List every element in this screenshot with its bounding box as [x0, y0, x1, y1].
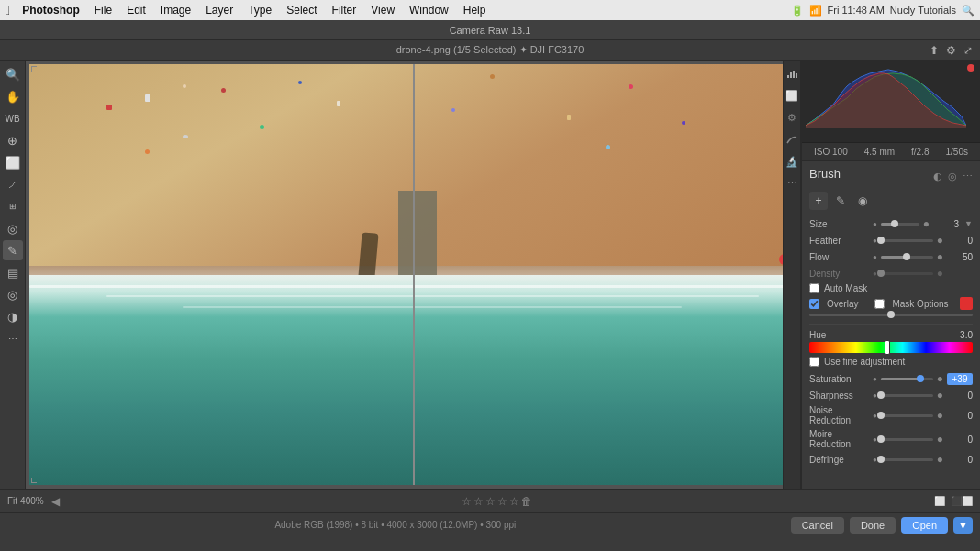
brush-menu[interactable]: ⋯	[963, 171, 973, 182]
menu-bar:  Photoshop File Edit Image Layer Type S…	[0, 0, 980, 20]
moire-reduction-label: Moire Reduction	[809, 429, 869, 449]
focal-value: 4.5 mm	[864, 147, 895, 157]
brush-select-btn[interactable]: ◉	[853, 192, 872, 210]
cancel-button[interactable]: Cancel	[791, 517, 844, 534]
main-area: 🔍 ✋ WB ⊕ ⬜ ⟋ ⊞ ◎ ✎ ▤ ◎ ◑ ⋯	[0, 61, 980, 489]
feather-value: 0	[947, 236, 973, 246]
menu-layer[interactable]: Layer	[199, 2, 239, 18]
tutorials-label: Nucly Tutorials	[890, 5, 956, 16]
hue-gradient[interactable]	[809, 342, 973, 353]
panel-icon-crop[interactable]: ⬜	[785, 88, 799, 103]
star-4[interactable]: ☆	[497, 495, 507, 508]
done-button[interactable]: Done	[850, 517, 896, 534]
crop-tool[interactable]: ⬜	[3, 152, 23, 172]
feather-label: Feather	[809, 236, 869, 246]
menu-edit[interactable]: Edit	[120, 2, 152, 18]
mask-options-checkbox[interactable]	[874, 299, 885, 309]
auto-mask-checkbox[interactable]	[809, 283, 819, 293]
sharpness-slider[interactable]	[881, 394, 933, 397]
noise-reduction-slider[interactable]	[881, 414, 933, 417]
camera-raw-bar: Camera Raw 13.1	[0, 20, 980, 40]
menu-file[interactable]: File	[88, 2, 118, 18]
transform-tool[interactable]: ⊞	[3, 196, 23, 216]
menu-type[interactable]: Type	[241, 2, 278, 18]
nav-left-icon[interactable]: ◀	[51, 495, 60, 508]
open-dropdown-button[interactable]: ▼	[953, 517, 973, 534]
size-dropdown[interactable]: ▼	[964, 219, 973, 228]
mask-color-swatch[interactable]	[960, 297, 973, 310]
brush-toggle-2[interactable]: ◎	[948, 171, 957, 182]
expand-icon[interactable]: ⤢	[963, 44, 973, 57]
saturation-slider[interactable]	[881, 378, 933, 380]
panel-icon-curves[interactable]	[785, 132, 799, 147]
fine-adjustment-checkbox[interactable]	[809, 357, 819, 367]
brush-toggle-1[interactable]: ◐	[933, 171, 942, 182]
white-balance-tool[interactable]: WB	[3, 108, 23, 128]
star-5[interactable]: ☆	[509, 495, 519, 508]
flow-slider[interactable]	[881, 256, 933, 259]
settings-icon[interactable]: ⚙	[946, 44, 956, 57]
menu-help[interactable]: Help	[457, 2, 493, 18]
size-slider[interactable]	[881, 223, 919, 226]
menu-view[interactable]: View	[364, 2, 401, 18]
brush-toolbar: + ✎ ◉	[809, 192, 973, 210]
flow-value: 50	[947, 252, 973, 262]
panel-icon-basic[interactable]: ⚙	[785, 110, 799, 125]
svg-rect-4	[790, 72, 792, 78]
menu-select[interactable]: Select	[280, 2, 323, 18]
hand-tool[interactable]: ✋	[3, 86, 23, 106]
star-1[interactable]: ☆	[462, 495, 472, 508]
density-slider[interactable]	[881, 272, 933, 275]
menu-photoshop[interactable]: Photoshop	[16, 2, 86, 18]
hue-thumb[interactable]	[885, 340, 890, 355]
star-3[interactable]: ☆	[485, 495, 496, 508]
image-canvas[interactable]	[29, 64, 797, 485]
brush-erase-btn[interactable]: ✎	[831, 192, 850, 210]
menu-window[interactable]: Window	[403, 2, 455, 18]
overlay-opacity-slider[interactable]	[809, 314, 973, 316]
svg-rect-3	[787, 75, 789, 78]
feather-slider[interactable]	[881, 239, 933, 242]
star-2[interactable]: ☆	[473, 495, 484, 508]
red-eye-tool[interactable]: ◑	[3, 306, 23, 326]
single-view-btn[interactable]: ⬜	[934, 496, 945, 506]
corner-marker-bl	[31, 478, 37, 483]
size-min-icon: ●	[873, 220, 877, 228]
defringe-value: 0	[947, 455, 973, 465]
brush-title: Brush	[809, 167, 930, 181]
panel-icon-histogram[interactable]	[785, 66, 799, 81]
open-button[interactable]: Open	[901, 517, 948, 534]
brush-add-btn[interactable]: +	[809, 192, 828, 210]
defringe-row: Defringe ● ● 0	[809, 453, 973, 466]
hue-value: -3.0	[957, 330, 973, 340]
split-line[interactable]	[413, 64, 415, 485]
trash-icon[interactable]: 🗑	[521, 495, 532, 508]
feather-row: Feather ● ● 0	[809, 234, 973, 247]
preferences-tool[interactable]: ⋯	[3, 328, 23, 348]
share-icon[interactable]: ⬆	[930, 44, 939, 57]
menu-image[interactable]: Image	[154, 2, 197, 18]
subtitle-right-icons: ⬆ ⚙ ⤢	[930, 44, 973, 57]
straighten-tool[interactable]: ⟋	[3, 174, 23, 194]
iso-value: ISO 100	[814, 147, 848, 157]
apple-menu[interactable]: 	[6, 3, 10, 17]
spot-removal-tool[interactable]: ◎	[3, 218, 23, 238]
radial-filter-tool[interactable]: ◎	[3, 284, 23, 304]
split-view-btn[interactable]: ⬛⬜	[951, 496, 973, 506]
defringe-slider[interactable]	[881, 458, 933, 461]
color-sample-tool[interactable]: ⊕	[3, 130, 23, 150]
overlay-checkbox[interactable]	[809, 299, 819, 309]
left-toolbar: 🔍 ✋ WB ⊕ ⬜ ⟋ ⊞ ◎ ✎ ▤ ◎ ◑ ⋯	[0, 61, 26, 489]
flow-row: Flow ● ● 50	[809, 250, 973, 263]
zoom-tool[interactable]: 🔍	[3, 64, 23, 84]
graduated-filter-tool[interactable]: ▤	[3, 262, 23, 282]
menu-filter[interactable]: Filter	[326, 2, 363, 18]
noise-reduction-row: Noise Reduction ● ● 0	[809, 405, 973, 425]
panel-icon-hsl[interactable]: ⋯	[785, 176, 799, 191]
battery-icon: 🔋	[791, 5, 804, 17]
brush-tool[interactable]: ✎	[3, 240, 23, 260]
search-icon[interactable]: 🔍	[962, 5, 974, 17]
panel-icon-detail[interactable]: 🔬	[785, 154, 799, 169]
feather-max-icon: ●	[937, 234, 943, 247]
moire-reduction-slider[interactable]	[881, 438, 933, 441]
